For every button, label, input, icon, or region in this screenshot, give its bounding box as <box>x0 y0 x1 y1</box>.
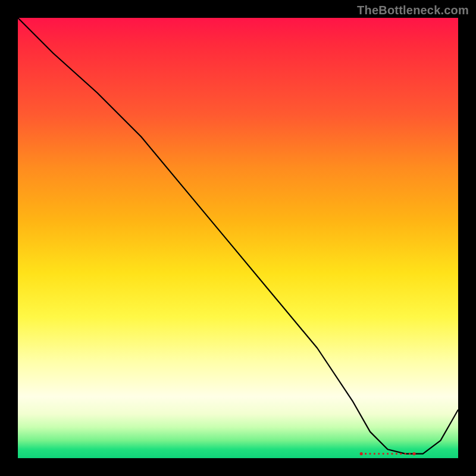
watermark-text: TheBottleneck.com <box>357 4 469 17</box>
heat-gradient <box>18 18 458 458</box>
chart-frame: TheBottleneck.com <box>0 0 476 476</box>
plot-area <box>18 18 458 458</box>
